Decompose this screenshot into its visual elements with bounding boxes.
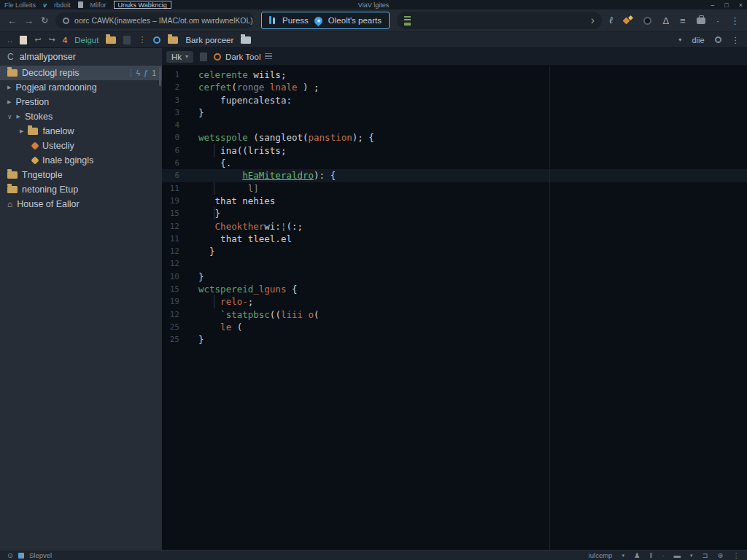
code-token: Cheokther [215,221,265,232]
minimize-button[interactable]: – [711,1,714,9]
code-token: celerente [198,69,248,80]
more-vertical-icon[interactable]: ⋮ [730,15,740,26]
bracket-icon[interactable]: ⊐ [703,551,708,559]
code-line-8[interactable]: 6 {. [162,157,747,169]
code-line-21[interactable]: 25 le ( [162,321,747,333]
step-label[interactable]: Deigut [74,36,98,44]
code-token: (( [270,309,281,320]
status-left-label[interactable]: Slepvel [29,551,52,559]
code-line-7[interactable]: 6 ina((lrists; [162,144,747,157]
code-line-19[interactable]: 19 relo-; [162,295,747,308]
menu-file[interactable]: Fle Lolleits [4,1,36,9]
maximize-button[interactable]: □ [724,1,728,9]
code-token: { [286,284,297,295]
target-icon[interactable]: ⊙ [7,551,13,559]
sidebar-item-stokes[interactable]: ∨▶Stokes [0,109,162,124]
open-folder-icon[interactable] [241,36,251,44]
sidebar-item-netoning-etup[interactable]: netoning Etup [0,182,162,197]
grid-icon[interactable] [18,553,24,559]
code-line-4[interactable]: 3} [162,106,747,119]
code-line-17[interactable]: 10} [162,271,747,283]
expand-triangle-icon[interactable]: ▶ [7,85,11,90]
code-token [198,170,242,181]
code-line-14[interactable]: 11 that tleel.el [162,233,747,245]
dark-doc-icon[interactable] [123,36,131,44]
code-line-20[interactable]: 12 `statpbsc((liii o( [162,308,747,321]
sidebar-item-house-of-eallor[interactable]: ⌂House of Eallor [0,197,162,211]
sidebar-item-pogjeal-ramdooning[interactable]: ▶Pogjeal ramdooning [0,80,162,95]
code-line-11[interactable]: 19 that nehies [162,195,747,207]
code-line-9[interactable]: 6 hEaMiteraldro): { [162,169,747,182]
folder-icon [28,128,38,135]
sidebar-item-ustecliy[interactable]: Ustecliy [0,139,162,153]
clock-circle-icon[interactable] [715,36,721,43]
undo-icon[interactable]: ↩ [34,35,41,44]
menu-view[interactable]: Mlifor [90,1,107,9]
panel-icon[interactable]: ▬ [674,551,681,559]
breadcrumb-dropdown[interactable]: Hk ▾ [166,51,193,63]
project-label[interactable]: Bark porceer [185,36,233,44]
code-line-2[interactable]: 2cerfet(ronge lnale ) ; [162,81,747,93]
status-right-label[interactable]: iulcemp [589,551,613,559]
sidebar-item-decclogl-repis[interactable]: Decclogl repisϟƒ1 [0,66,162,80]
flask-icon[interactable]: Δ [662,15,669,26]
sidebar-item-tngetople[interactable]: Tngetople [0,168,162,182]
more-vertical-icon[interactable]: ⋮ [732,35,740,45]
code-line-12[interactable]: 15 } [162,207,747,219]
chevron-down-icon[interactable]: ▾ [678,36,681,43]
sidebar-scrollbar[interactable] [159,67,161,86]
forward-icon[interactable]: → [24,15,34,26]
search-field[interactable]: › [397,12,602,29]
expand-triangle-icon[interactable]: ▶ [7,99,11,105]
briefcase-icon[interactable] [697,18,705,24]
record-circle-icon[interactable] [643,17,651,25]
sidebar-header[interactable]: C almallyponser [0,48,162,66]
run-config-box[interactable]: Puress Oleolt's pearts [261,12,390,29]
sidebar-item-label: Pogjeal ramdooning [15,82,96,93]
more-vertical-icon[interactable]: ⋮ [138,35,146,44]
editor-tab[interactable]: Dark Tool [214,52,272,61]
menu-selected[interactable]: Unuks Wabkncig [114,1,171,9]
run-config-primary[interactable]: Puress [282,16,309,25]
code-line-3[interactable]: 3 fupencalesta: [162,94,747,106]
code-line-18[interactable]: 15wctspereid_lguns { [162,283,747,295]
chevron-down-icon[interactable]: ▾ [690,553,693,559]
code-line-6[interactable]: 0wetsspole (sangleot(panstion); { [162,131,747,144]
folder-icon[interactable] [106,36,116,44]
more-vertical-icon[interactable]: ⋮ [733,551,740,559]
expand-triangle-icon[interactable]: ▶ [17,114,20,120]
right-label[interactable]: diie [692,36,704,44]
code-line-1[interactable]: 1celerente wiils; [162,69,747,81]
expand-triangle-icon[interactable]: ▶ [20,128,23,134]
code-area[interactable]: 1celerente wiils;2cerfet(ronge lnale ) ;… [162,66,747,346]
sparkle-icon[interactable] [624,16,632,25]
chevron-down-icon[interactable]: ∨ [7,113,12,120]
pen-icon[interactable]: ℓ [609,15,613,26]
chevron-right-icon[interactable]: › [591,14,595,27]
chevron-down-icon[interactable]: ▾ [622,553,624,559]
refresh-icon[interactable]: ↻ [41,15,48,26]
sidebar-item-fanelow[interactable]: ▶fanelow [0,124,162,139]
close-button[interactable]: × [739,1,743,9]
code-line-15[interactable]: 12 } [162,245,747,257]
hamburger-menu-icon[interactable]: ≡ [680,15,686,26]
code-line-22[interactable]: 25} [162,333,747,346]
ellipsis-icon[interactable]: ‥ [7,35,12,44]
code-line-5[interactable]: 4 [162,119,747,131]
back-icon[interactable]: ← [7,15,17,26]
sidebar-item-inale-bgingls[interactable]: Inale bgingls [0,153,162,168]
address-bar[interactable]: oorc CAWK(inawecles – IMAC/ot.om wwrdwne… [55,12,254,28]
project-sidebar: C almallyponser Decclogl repisϟƒ1▶Pogjea… [0,48,162,550]
code-text: le ( [187,321,242,333]
pawn-icon[interactable]: ♟ [634,551,640,559]
run-config-secondary[interactable]: Oleolt's pearts [328,16,382,25]
code-line-16[interactable]: 12 [162,257,747,270]
menu-edit[interactable]: rbdoit [54,1,71,9]
code-line-10[interactable]: 11 l] [162,182,747,195]
code-line-13[interactable]: 12 Cheoktherwi:¦(:; [162,220,747,233]
redo-icon[interactable]: ↪ [49,35,55,44]
bars-icon[interactable]: ‖ [649,551,652,559]
circle-star-icon[interactable]: ⊛ [718,551,724,559]
sidebar-item-prestion[interactable]: ▶Prestion [0,95,162,109]
save-file-icon[interactable] [20,36,27,44]
